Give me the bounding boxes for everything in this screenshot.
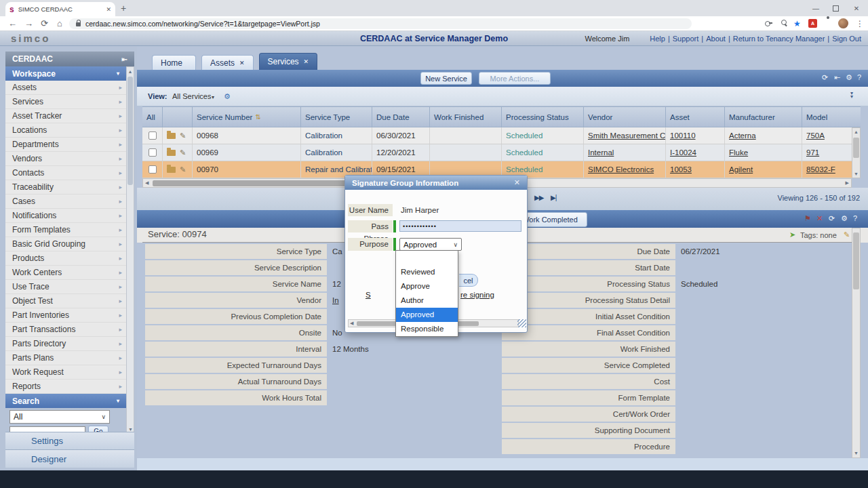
cell-vendor-link[interactable]: Internal (584, 144, 666, 161)
search-scope-select[interactable]: All ∨ (9, 410, 110, 424)
content-tab[interactable]: Assets ✕ (201, 55, 254, 70)
about-link[interactable]: About (706, 35, 726, 43)
row-checkbox[interactable] (149, 148, 157, 157)
sidebar-scrollbar[interactable]: ▲ ▼ (126, 66, 134, 434)
column-header-processing-status[interactable]: Processing Status (502, 107, 584, 127)
scroll-left-icon[interactable]: ◀ (145, 180, 149, 186)
sidebar-collapse-icon[interactable]: ⇤ (122, 56, 127, 63)
column-header-work-finished[interactable]: Work Finished (430, 107, 502, 127)
sidebar-item[interactable]: Parts Directory ▸ (5, 337, 126, 351)
table-row[interactable]: ✎ 00968 Calibration 06/30/2021 Scheduled… (142, 127, 852, 144)
edit-pencil-icon[interactable]: ✎ (180, 148, 186, 157)
cell-asset-link[interactable]: I-10024 (666, 144, 725, 161)
scrollbar-thumb[interactable] (127, 77, 133, 185)
scrollbar-thumb[interactable] (853, 232, 859, 289)
cell-model-link[interactable]: 750A (802, 127, 852, 144)
support-link[interactable]: Support (673, 35, 699, 43)
cancel-button-partial[interactable]: cel (459, 274, 478, 287)
customize-view-wrench-icon[interactable]: ⚙ (224, 92, 231, 101)
cell-manufacturer-link[interactable]: Acterna (725, 127, 802, 144)
pin-icon[interactable]: ⚑ (804, 214, 811, 223)
dialog-title-bar[interactable]: Signature Group Information ✕ (345, 176, 527, 190)
folder-icon[interactable] (167, 167, 176, 173)
scroll-down-icon[interactable]: ▼ (852, 451, 860, 455)
bookmark-star-icon[interactable]: ★ (793, 19, 801, 28)
refresh-icon[interactable]: ⟳ (829, 214, 835, 223)
cell-model-link[interactable]: 971 (802, 144, 852, 161)
next-page-icon[interactable]: ▶▶ (534, 194, 543, 201)
sidebar-item[interactable]: Departments ▸ (5, 138, 126, 152)
column-header-service-number[interactable]: Service Number⇅ (193, 107, 301, 127)
column-header-vendor[interactable]: Vendor (584, 107, 666, 127)
row-checkbox[interactable] (149, 165, 157, 174)
window-close-button[interactable]: ✕ (846, 0, 867, 16)
sidebar-section-designer[interactable]: Designer (5, 449, 134, 468)
sidebar-item[interactable]: Traceability ▸ (5, 180, 126, 195)
window-minimize-button[interactable]: — (806, 0, 826, 16)
scroll-left-icon[interactable]: ◀ (350, 321, 353, 326)
browser-menu-icon[interactable]: ⋮ (856, 19, 864, 28)
scroll-right-icon[interactable]: ▶ (846, 180, 849, 186)
sidebar-item[interactable]: Part Transactions ▸ (5, 323, 126, 337)
column-header-all[interactable]: All (142, 107, 163, 127)
sidebar-item[interactable]: Basic Grid Grouping ▸ (5, 237, 126, 251)
sidebar-item[interactable]: Locations ▸ (5, 123, 126, 138)
sidebar-section-workspace[interactable]: Workspace ▾ (5, 66, 126, 81)
edit-pencil-icon[interactable]: ✎ (180, 131, 186, 140)
sidebar-item[interactable]: Work Request ▸ (5, 365, 126, 380)
forward-icon[interactable]: → (24, 16, 33, 31)
edit-tags-pencil-icon[interactable]: ✎ (844, 230, 850, 239)
content-tab[interactable]: Services ✕ (259, 53, 318, 70)
tab-close-icon[interactable]: ✕ (239, 60, 245, 66)
purpose-option[interactable]: Reviewed (396, 265, 458, 279)
return-tenancy-link[interactable]: Return to Tenancy Manager (733, 35, 825, 43)
tab-close-icon[interactable]: ✕ (106, 6, 111, 13)
sort-icon[interactable]: ⇅ (255, 113, 260, 121)
scroll-up-icon[interactable]: ▲ (127, 69, 134, 74)
help-icon[interactable]: ? (857, 73, 861, 81)
home-icon[interactable]: ⌂ (57, 16, 62, 31)
help-link[interactable]: Help (650, 35, 665, 43)
sidebar-item[interactable]: Contacts ▸ (5, 166, 126, 180)
browser-tab[interactable]: s SIMCO CERDAAC ✕ (5, 2, 115, 16)
sidebar-section-settings[interactable]: Settings (5, 432, 134, 449)
address-field[interactable]: cerdaac.new.simco.com/networking/Service… (69, 18, 692, 29)
content-tab[interactable]: Home (152, 55, 196, 70)
purpose-option[interactable] (396, 251, 458, 265)
cell-model-link[interactable]: 85032-F (802, 161, 852, 178)
new-tab-button[interactable]: + (121, 0, 126, 16)
cell-vendor-link[interactable]: Smith Measurement Corp (584, 127, 666, 144)
wrench-icon[interactable]: ⚙ (841, 214, 848, 223)
chevron-down-icon[interactable]: ▾ (212, 94, 214, 100)
pdf-extension-icon[interactable]: A (808, 19, 817, 28)
new-service-button[interactable]: New Service (420, 72, 472, 85)
purpose-option[interactable]: Approve (396, 279, 458, 293)
cell-asset-link[interactable]: 10053 (666, 161, 725, 178)
column-header-model[interactable]: Model (802, 107, 852, 127)
purpose-option[interactable]: Responsible (396, 322, 458, 336)
purpose-option[interactable]: Approved (396, 308, 458, 322)
sidebar-item[interactable]: Assets ▸ (5, 81, 126, 95)
column-header-manufacturer[interactable]: Manufacturer (725, 107, 802, 127)
column-header-service-type[interactable]: Service Type (301, 107, 372, 127)
sidebar-section-search[interactable]: Search ▾ (5, 394, 126, 408)
purpose-option[interactable]: Author (396, 293, 458, 308)
sidebar-item[interactable]: Notifications ▸ (5, 209, 126, 223)
sign-out-link[interactable]: Sign Out (832, 35, 861, 43)
last-page-icon[interactable]: ▶| (551, 194, 556, 201)
sidebar-item[interactable]: Part Inventories ▸ (5, 308, 126, 323)
signing-link-partial[interactable]: S (366, 291, 371, 299)
window-maximize-button[interactable] (825, 0, 846, 16)
cell-vendor-link[interactable]: SIMCO Electronics (584, 161, 666, 178)
resize-grip[interactable] (517, 319, 526, 327)
sidebar-item[interactable]: Use Trace ▸ (5, 280, 126, 294)
sidebar-item[interactable]: Object Test ▸ (5, 294, 126, 308)
tab-close-icon[interactable]: ✕ (304, 58, 309, 65)
help-icon[interactable]: ? (853, 214, 857, 222)
reload-icon[interactable]: ⟳ (41, 16, 48, 31)
scroll-up-icon[interactable]: ▲ (852, 129, 860, 134)
more-actions-button[interactable]: More Actions... (479, 72, 551, 85)
table-row[interactable]: ✎ 00969 Calibration 12/20/2021 Scheduled… (142, 144, 852, 161)
sidebar-item[interactable]: Services ▸ (5, 95, 126, 109)
cell-manufacturer-link[interactable]: Fluke (725, 144, 802, 161)
